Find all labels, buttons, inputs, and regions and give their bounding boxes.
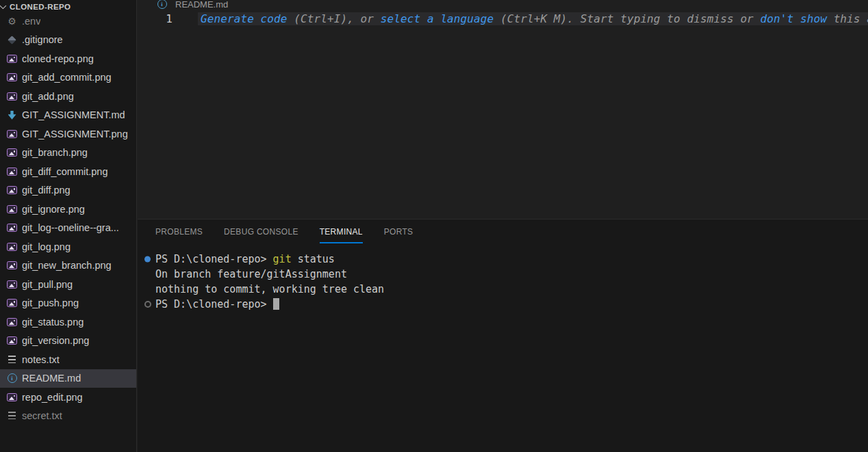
- panel-tab-problems[interactable]: PROBLEMS: [155, 220, 203, 243]
- image-icon: [6, 147, 18, 158]
- terminal-text: status: [292, 253, 335, 265]
- text-icon: [6, 410, 18, 421]
- file-item-notes-txt[interactable]: notes.txt: [0, 350, 136, 369]
- ghost-text-plain: (Ctrl+K M). Start typing to dismiss or: [494, 12, 760, 25]
- file-name-label: .env: [22, 16, 40, 27]
- ghost-text: Generate code (Ctrl+I), or select a lang…: [198, 12, 868, 25]
- image-icon: [6, 279, 18, 290]
- file-item-git-pull-png[interactable]: git_pull.png: [0, 275, 136, 294]
- ghost-text-link[interactable]: select a language: [381, 12, 494, 25]
- file-item-git-assignment-png[interactable]: GIT_ASSIGNMENT.png: [0, 124, 136, 144]
- file-name-label: git_log.png: [22, 241, 71, 252]
- image-icon: [6, 241, 18, 252]
- file-name-label: git_pull.png: [22, 279, 73, 290]
- file-item-git-version-png[interactable]: git_version.png: [0, 332, 136, 351]
- image-icon: [6, 72, 18, 83]
- file-name-label: git_branch.png: [22, 147, 88, 158]
- image-icon: [6, 335, 18, 346]
- explorer-sidebar: CLONED-REPO .env .gitignore cloned-repo.…: [0, 0, 137, 452]
- file-name-label: notes.txt: [22, 354, 60, 365]
- file-name-label: git_ignore.png: [22, 204, 85, 215]
- terminal-output[interactable]: PS D:\cloned-repo> git statusOn branch f…: [138, 252, 868, 312]
- file-item-git-diff-png[interactable]: git_diff.png: [0, 181, 136, 200]
- file-list: .env .gitignore cloned-repo.png git_add_…: [0, 12, 136, 425]
- file-item-git-add-commit-png[interactable]: git_add_commit.png: [0, 68, 136, 88]
- terminal-text: PS D:\cloned-repo>: [155, 253, 273, 265]
- image-icon: [6, 260, 18, 271]
- image-icon: [6, 204, 18, 215]
- diamond-icon: [6, 34, 18, 45]
- file-name-label: GIT_ASSIGNMENT.md: [22, 109, 125, 120]
- editor-pane[interactable]: README.md 1 Generate code (Ctrl+I), or s…: [138, 0, 868, 219]
- terminal-text: nothing to commit, working tree clean: [155, 283, 384, 295]
- terminal-text: On branch feature/gitAssignment: [155, 268, 347, 280]
- file-item-git-log-oneline-gra-[interactable]: git_log--oneline--gra...: [0, 219, 136, 238]
- ghost-text-plain: (Ctrl+I), or: [288, 12, 381, 25]
- info-icon: [156, 0, 168, 9]
- file-name-label: git_diff.png: [22, 185, 71, 196]
- panel-tab-ports[interactable]: PORTS: [384, 220, 413, 243]
- file-item-repo-edit-png[interactable]: repo_edit.png: [0, 388, 136, 407]
- image-icon: [6, 166, 18, 177]
- terminal-line: PS D:\cloned-repo>: [155, 297, 868, 312]
- file-name-label: README.md: [22, 373, 81, 384]
- panel-tab-terminal[interactable]: TERMINAL: [320, 220, 363, 243]
- terminal-text: PS D:\cloned-repo>: [155, 298, 273, 310]
- ghost-text-link[interactable]: don't show: [761, 12, 827, 25]
- file-item-git-add-png[interactable]: git_add.png: [0, 87, 136, 106]
- file-item-secret-txt[interactable]: secret.txt: [0, 407, 136, 426]
- explorer-section-header[interactable]: CLONED-REPO: [0, 0, 136, 10]
- gear-icon: [6, 16, 18, 27]
- file-name-label: git_add_commit.png: [22, 72, 112, 83]
- editor-line-1[interactable]: 1 Generate code (Ctrl+I), or select a la…: [138, 11, 868, 26]
- chevron-down-icon: [0, 2, 6, 9]
- image-icon: [6, 91, 18, 102]
- file-item-git-status-png[interactable]: git_status.png: [0, 313, 136, 332]
- file-name-label: git_push.png: [22, 297, 79, 308]
- file-name-label: git_log--oneline--gra...: [22, 222, 119, 233]
- file-name-label: .gitignore: [22, 34, 63, 45]
- terminal-line: nothing to commit, working tree clean: [155, 282, 868, 297]
- image-icon: [6, 185, 18, 196]
- file-item--env[interactable]: .env: [0, 12, 136, 31]
- info-icon: [6, 373, 18, 384]
- image-icon: [6, 392, 18, 403]
- file-name-label: secret.txt: [22, 410, 62, 421]
- terminal-cursor: [273, 298, 279, 310]
- file-item-git-ignore-png[interactable]: git_ignore.png: [0, 200, 136, 219]
- breadcrumb[interactable]: README.md: [138, 0, 868, 9]
- panel-tabs: PROBLEMSDEBUG CONSOLETERMINALPORTS: [138, 220, 868, 243]
- file-name-label: git_diff_commit.png: [22, 166, 107, 177]
- terminal-line: On branch feature/gitAssignment: [155, 267, 868, 282]
- file-item-git-new-branch-png[interactable]: git_new_branch.png: [0, 256, 136, 276]
- file-name-label: git_version.png: [22, 335, 89, 346]
- bottom-panel: PROBLEMSDEBUG CONSOLETERMINALPORTS PS D:…: [138, 219, 868, 452]
- file-item-git-assignment-md[interactable]: GIT_ASSIGNMENT.md: [0, 106, 136, 125]
- markdown-icon: [6, 109, 18, 120]
- file-name-label: GIT_ASSIGNMENT.png: [22, 129, 128, 139]
- terminal-line: PS D:\cloned-repo> git status: [155, 252, 868, 267]
- terminal-command-text: git: [273, 253, 292, 265]
- file-item-readme-md[interactable]: README.md: [0, 369, 136, 388]
- image-icon: [6, 53, 18, 64]
- image-icon: [6, 129, 18, 139]
- panel-tab-debug-console[interactable]: DEBUG CONSOLE: [224, 220, 298, 243]
- file-item-git-branch-png[interactable]: git_branch.png: [0, 144, 136, 163]
- file-name-label: git_add.png: [22, 91, 74, 102]
- file-name-label: repo_edit.png: [22, 392, 83, 403]
- image-icon: [6, 222, 18, 233]
- command-prompt-decoration-icon[interactable]: [144, 301, 151, 308]
- file-item-git-diff-commit-png[interactable]: git_diff_commit.png: [0, 162, 136, 181]
- ghost-text-link[interactable]: Generate code: [201, 12, 288, 25]
- command-success-decoration-icon[interactable]: [144, 256, 151, 263]
- file-item-cloned-repo-png[interactable]: cloned-repo.png: [0, 49, 136, 68]
- breadcrumb-file-label: README.md: [175, 0, 228, 9]
- file-item-git-push-png[interactable]: git_push.png: [0, 294, 136, 313]
- file-name-label: git_status.png: [22, 317, 84, 328]
- file-item--gitignore[interactable]: .gitignore: [0, 31, 136, 50]
- text-icon: [6, 354, 18, 365]
- file-name-label: git_new_branch.png: [22, 260, 112, 271]
- ghost-text-plain: this ag: [827, 12, 868, 25]
- image-icon: [6, 297, 18, 308]
- file-item-git-log-png[interactable]: git_log.png: [0, 237, 136, 256]
